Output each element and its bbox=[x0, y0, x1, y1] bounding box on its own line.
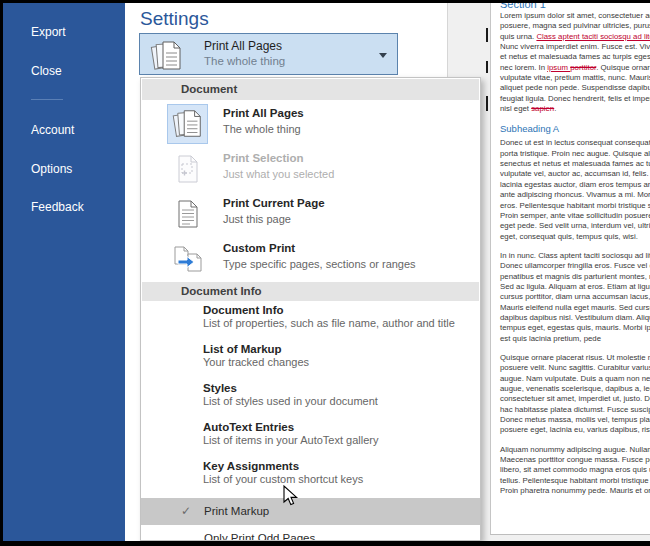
sidebar-item-options[interactable]: Options bbox=[31, 162, 72, 176]
menu-item-title: Print Current Page bbox=[223, 197, 325, 209]
menu-item-document-info[interactable]: Document Info List of properties, such a… bbox=[141, 304, 480, 340]
menu-item-title: Styles bbox=[203, 382, 480, 394]
menu-item-title: List of Markup bbox=[203, 343, 480, 355]
menu-toggle-only-print-odd-pages[interactable]: Only Print Odd Pages bbox=[141, 525, 480, 541]
menu-section-header-document-info: Document Info bbox=[142, 282, 479, 301]
doc-line: Donec ullamcorper fringilla eros. Fusce … bbox=[500, 261, 650, 271]
menu-item-custom-print[interactable]: Custom Print Type specific pages, sectio… bbox=[141, 236, 480, 281]
doc-line: eget, consequat quis, tempus quis, wisi. bbox=[500, 232, 650, 242]
menu-item-desc: List of properties, such as file name, a… bbox=[203, 317, 480, 329]
tracked-insertion: ipsum bbox=[547, 63, 570, 72]
print-what-dropdown-button[interactable]: Print All Pages The whole thing bbox=[139, 33, 398, 75]
menu-item-title: Custom Print bbox=[223, 242, 295, 254]
doc-line: posuere, magna sed pulvinar ultricies, p… bbox=[500, 21, 650, 31]
menu-section-header-document: Document bbox=[142, 79, 479, 100]
menu-item-key-assignments[interactable]: Key Assignments List of your custom shor… bbox=[141, 460, 480, 496]
print-current-page-icon bbox=[167, 194, 208, 234]
menu-item-print-selection[interactable]: Print Selection Just what you selected bbox=[141, 146, 480, 191]
tracked-deletion: porttitor bbox=[570, 63, 596, 72]
checkmark-icon: ✓ bbox=[181, 498, 191, 525]
doc-line: Maecenas porttitor congue massa. Fusce p… bbox=[500, 455, 650, 465]
menu-item-title: Print Selection bbox=[223, 152, 304, 164]
doc-line: eros. Pellentesque habitant morbi tristi… bbox=[500, 201, 650, 211]
print-what-current-title: Print All Pages bbox=[204, 39, 282, 53]
print-selection-icon bbox=[167, 149, 208, 189]
doc-line: nec lorem. In ipsum porttitor. Quisque o… bbox=[500, 63, 650, 73]
doc-paragraph: Lorem ipsum dolor sit amet, consectetuer… bbox=[500, 11, 650, 114]
menu-item-autotext-entries[interactable]: AutoText Entries List of items in your A… bbox=[141, 421, 480, 457]
doc-line: hac habitasse platea dictumst. Fusce sus… bbox=[500, 405, 650, 415]
doc-line: et netus et malesuada fames ac turpis eg… bbox=[500, 52, 650, 62]
doc-line: aliquet pede non pede. Suspendisse dapib… bbox=[500, 83, 650, 93]
tracked-insertion: Class aptent taciti sociosqu ad litora bbox=[536, 32, 650, 41]
menu-item-desc: The whole thing bbox=[223, 123, 301, 135]
doc-line: eget pede. Sed velit urna, interdum vel,… bbox=[500, 221, 650, 231]
menu-item-print-current-page[interactable]: Print Current Page Just this page bbox=[141, 191, 480, 236]
menu-item-title: AutoText Entries bbox=[203, 421, 480, 433]
sidebar-item-close[interactable]: Close bbox=[31, 64, 62, 78]
menu-toggle-print-markup[interactable]: ✓ Print Markup bbox=[141, 498, 480, 525]
doc-line: Lorem ipsum dolor sit amet, consectetuer… bbox=[500, 11, 650, 21]
tracked-change-bar bbox=[486, 61, 488, 73]
print-all-pages-icon bbox=[167, 104, 208, 144]
dropdown-arrow-icon bbox=[379, 53, 387, 58]
doc-paragraph: Aliquam nonummy adipiscing augue. Nullam… bbox=[500, 445, 650, 497]
word-backstage-print-screen: Export Close Account Options Feedback Se… bbox=[0, 0, 650, 546]
mouse-cursor bbox=[283, 485, 299, 511]
doc-line: posuere eget, lacinia eu, varius dapibus… bbox=[500, 425, 650, 435]
menu-item-desc: List of styles used in your document bbox=[203, 395, 480, 407]
doc-line: vulputate vitae, pretium mattis, nunc. M… bbox=[500, 73, 650, 83]
doc-line: Donec metus massa, mollis vel, tempus pl… bbox=[500, 415, 650, 425]
screenshot-frame-bottom bbox=[0, 541, 650, 546]
sidebar-item-account[interactable]: Account bbox=[31, 123, 74, 137]
doc-line: Sed ac ligula. Aliquam at eros. Etiam at… bbox=[500, 282, 650, 292]
print-what-menu: Document bbox=[140, 77, 481, 541]
doc-line: dapibus dapibus nisl. Vestibulum diam. A… bbox=[500, 313, 650, 323]
custom-print-icon bbox=[167, 239, 208, 279]
menu-toggle-label: Only Print Odd Pages bbox=[204, 532, 315, 541]
menu-item-title: Key Assignments bbox=[203, 460, 480, 472]
doc-line: augue. Nam vulputate. Duis a quam non ne… bbox=[500, 374, 650, 384]
menu-item-print-all-pages[interactable]: Print All Pages The whole thing bbox=[141, 101, 480, 146]
doc-line: penatibus et magnis dis parturient monte… bbox=[500, 272, 650, 282]
menu-item-desc: List of items in your AutoText gallery bbox=[203, 434, 480, 446]
doc-line: In in nunc. Class aptent taciti sociosqu… bbox=[500, 251, 650, 261]
tracked-deletion: sapien bbox=[531, 104, 554, 113]
doc-line: augue, venenatis scelerisque, dapibus a,… bbox=[500, 384, 650, 394]
print-what-current-subtitle: The whole thing bbox=[204, 55, 285, 67]
print-settings-panel: Settings bbox=[125, 3, 447, 541]
doc-line: Proin semper, ante vitae sollicitudin po… bbox=[500, 211, 650, 221]
screenshot-frame-left bbox=[0, 0, 3, 546]
doc-line: quis urna. Class aptent taciti sociosqu … bbox=[500, 32, 650, 42]
doc-paragraph: Donec ut est in lectus consequat consequ… bbox=[500, 138, 650, 241]
doc-line: libero, sit amet commodo magna eros quis… bbox=[500, 465, 650, 475]
sidebar-item-feedback[interactable]: Feedback bbox=[31, 200, 84, 214]
doc-line: Quisque ornare placerat risus. Ut molest… bbox=[500, 353, 650, 363]
doc-line: lacinia egestas auctor, diam eros tempus… bbox=[500, 180, 650, 190]
tracked-change-bar bbox=[486, 96, 488, 111]
menu-item-desc: Just what you selected bbox=[223, 168, 334, 180]
settings-title: Settings bbox=[140, 8, 209, 30]
doc-heading: Subheading A bbox=[500, 123, 650, 135]
document-text: Section 1Lorem ipsum dolor sit amet, con… bbox=[491, 3, 650, 496]
stacked-pages-icon bbox=[149, 38, 185, 78]
tracked-change-bar bbox=[486, 28, 488, 42]
doc-line: tellus. Pellentesque habitant morbi tris… bbox=[500, 476, 650, 486]
doc-line: Mauris eleifend nulla eget mauris. Sed c… bbox=[500, 303, 650, 313]
menu-item-styles[interactable]: Styles List of styles used in your docum… bbox=[141, 382, 480, 418]
screenshot-frame-top bbox=[0, 0, 650, 3]
doc-line: porta tristique. Proin nec augue. Quisqu… bbox=[500, 149, 650, 159]
menu-item-desc: Type specific pages, sections or ranges bbox=[223, 258, 416, 270]
doc-line: ante adipiscing rhoncus. Vivamus a mi. M… bbox=[500, 190, 650, 200]
doc-line: vulputate vel, auctor ac, accumsan id, f… bbox=[500, 169, 650, 179]
doc-line: Nunc viverra imperdiet enim. Fusce est. … bbox=[500, 42, 650, 52]
menu-item-desc: List of your custom shortcut keys bbox=[203, 473, 480, 485]
doc-line: consectetuer sit amet, imperdiet ut, jus… bbox=[500, 394, 650, 404]
doc-line: posuere velit. Nunc sagittis. Curabitur … bbox=[500, 363, 650, 373]
menu-item-title: Print All Pages bbox=[223, 107, 304, 119]
menu-item-list-of-markup[interactable]: List of Markup Your tracked changes bbox=[141, 343, 480, 379]
preview-page: Section 1Lorem ipsum dolor sit amet, con… bbox=[490, 3, 650, 535]
menu-toggle-label: Print Markup bbox=[204, 505, 269, 517]
sidebar-item-export[interactable]: Export bbox=[31, 25, 66, 39]
doc-line: Aliquam nonummy adipiscing augue. Nullam bbox=[500, 445, 650, 455]
